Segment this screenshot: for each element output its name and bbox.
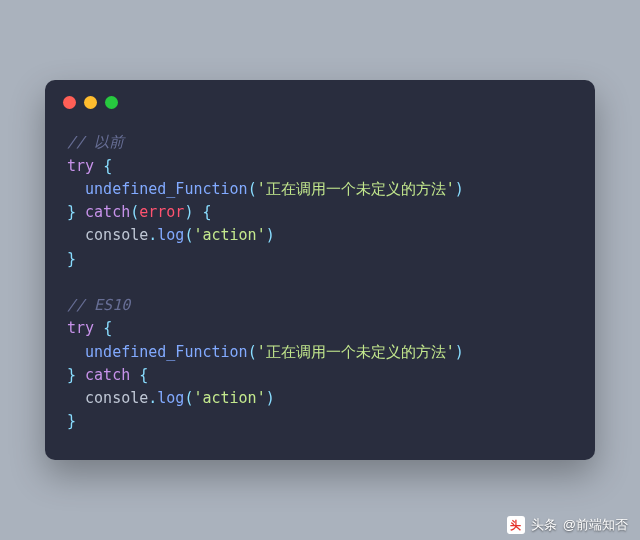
code-line: console.log('action') (67, 387, 573, 410)
code-token-punc: } (67, 203, 85, 221)
code-token-punc: ( (248, 343, 257, 361)
code-token-ident: console (67, 389, 148, 407)
watermark-badge-icon: 头 (507, 516, 525, 534)
code-line: } (67, 410, 573, 433)
code-token-punc: ) (455, 343, 464, 361)
code-token-kw: catch (85, 366, 130, 384)
code-line: undefined_Function('正在调用一个未定义的方法') (67, 178, 573, 201)
code-token-comment: // 以前 (67, 133, 124, 151)
code-token-ident: console (67, 226, 148, 244)
watermark-handle: @前端知否 (563, 516, 628, 534)
code-token-punc: ( (248, 180, 257, 198)
code-token-ident (67, 343, 85, 361)
code-token-ident (94, 319, 103, 337)
code-token-ident (94, 157, 103, 175)
code-token-ident (67, 180, 85, 198)
close-icon[interactable] (63, 96, 76, 109)
code-token-fn: log (157, 389, 184, 407)
code-line: } catch(error) { (67, 201, 573, 224)
code-token-punc: { (103, 157, 112, 175)
code-token-punc: . (148, 226, 157, 244)
minimize-icon[interactable] (84, 96, 97, 109)
code-line: // ES10 (67, 294, 573, 317)
code-token-str: 'action' (193, 389, 265, 407)
code-line: try { (67, 317, 573, 340)
code-token-kw: try (67, 319, 94, 337)
code-token-punc: } (67, 412, 76, 430)
code-line: console.log('action') (67, 224, 573, 247)
code-token-fn: undefined_Function (85, 343, 248, 361)
code-line: } catch { (67, 364, 573, 387)
code-token-str: '正在调用一个未定义的方法' (257, 180, 455, 198)
code-token-kw: catch (85, 203, 130, 221)
code-token-punc: . (148, 389, 157, 407)
code-line: try { (67, 155, 573, 178)
code-line: // 以前 (67, 131, 573, 154)
maximize-icon[interactable] (105, 96, 118, 109)
code-token-str: 'action' (193, 226, 265, 244)
code-token-punc: { (139, 366, 148, 384)
code-line: undefined_Function('正在调用一个未定义的方法') (67, 341, 573, 364)
code-token-punc: ) (266, 226, 275, 244)
code-line: } (67, 248, 573, 271)
code-token-kw: try (67, 157, 94, 175)
code-token-fn: undefined_Function (85, 180, 248, 198)
code-token-punc: } (67, 366, 85, 384)
code-token-ident (67, 273, 76, 291)
code-token-fn: log (157, 226, 184, 244)
code-token-punc: ) { (184, 203, 211, 221)
watermark: 头 头条 @前端知否 (507, 516, 628, 534)
code-token-str: '正在调用一个未定义的方法' (257, 343, 455, 361)
code-token-punc: ) (455, 180, 464, 198)
code-token-err: error (139, 203, 184, 221)
watermark-prefix: 头条 (531, 516, 557, 534)
code-token-ident (130, 366, 139, 384)
code-token-punc: ( (130, 203, 139, 221)
window-titlebar (45, 80, 595, 117)
code-token-comment: // ES10 (67, 296, 130, 314)
code-block: // 以前try { undefined_Function('正在调用一个未定义… (45, 117, 595, 459)
code-line (67, 271, 573, 294)
code-token-punc: ) (266, 389, 275, 407)
code-token-punc: } (67, 250, 76, 268)
code-window: // 以前try { undefined_Function('正在调用一个未定义… (45, 80, 595, 459)
code-token-punc: { (103, 319, 112, 337)
